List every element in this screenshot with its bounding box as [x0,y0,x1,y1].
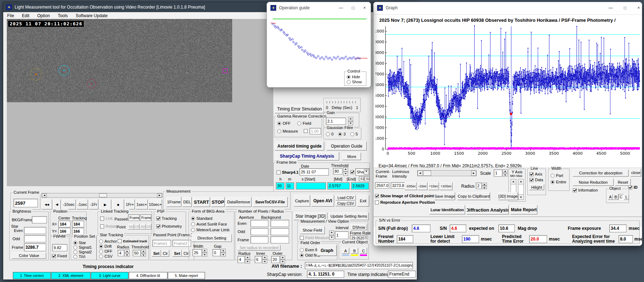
radius-spinner[interactable] [245,256,250,263]
passed-set1-button[interactable]: Set [152,250,161,257]
gain-value-field[interactable]: 2.1 [326,118,346,125]
bkg-avoid-sunlit-radio[interactable]: Avoid Sunlit Face [191,222,227,226]
star-odd-field[interactable] [24,235,46,242]
graph-intensity-field[interactable]: 3273.8 [391,182,406,189]
menu-file[interactable]: File [3,13,18,19]
scrollbar-right-arrow[interactable]: ► [157,193,162,197]
csv-radio[interactable]: CSV [99,254,113,258]
hilight-button[interactable]: Hilight [529,184,544,190]
direction-setting-button[interactable]: Direction Setting [192,234,232,242]
scrollbar-thumb[interactable] [99,193,107,197]
x-tracking-field[interactable]: 184 [72,221,84,227]
timing-error-simulation-button[interactable]: Timing Error Simulation [275,105,324,113]
menu-software-update[interactable]: Software Update [72,13,111,19]
background-odd-field[interactable] [270,228,289,235]
copy-clipboard-button[interactable]: Copy to ClipBoard [457,192,490,200]
gain-spinner[interactable] [348,117,353,125]
s1-box[interactable]: S1 [359,176,364,181]
object-a-button[interactable]: A [342,248,349,254]
minus-10sec-graph-button[interactable]: -10Sec [405,182,417,190]
menu-option[interactable]: Option [33,13,54,19]
dshow-button[interactable]: DShow [351,224,367,230]
psf-tracking-checkbox[interactable]: Tracking [156,216,177,221]
photometry-chart[interactable] [376,23,640,163]
graph-scrollbar[interactable]: ◄ ► [417,170,477,176]
gap-field[interactable]: 0 [213,249,220,256]
minus-1frame-button[interactable]: -1Fr [89,199,98,209]
fwhm-fixed-checkbox[interactable]: Fixed [52,254,67,258]
gamma-off-radio[interactable]: OFF [277,121,291,125]
interval-field[interactable]: 1 [335,231,348,239]
gaussian-3-radio[interactable]: 3 [338,132,346,136]
lower-limit-field[interactable]: 190 [462,235,479,243]
timestamp-indicates-field[interactable]: FrameEnd [388,271,416,278]
plus-1sec-graph-button[interactable]: +1Sec [428,182,439,190]
graph-scroll-left[interactable]: ◄ [418,170,423,176]
data-remove-button[interactable]: DataRemove [226,197,252,207]
lunar-identification-button[interactable]: Lunar Identification [429,205,465,214]
graph-titlebar[interactable]: ✦ Graph [374,2,642,14]
minute-field[interactable]: 11 [286,182,294,189]
tab-make-report[interactable]: 5. Make report [168,272,205,279]
threshold-field[interactable]: 80 [333,168,342,174]
background-frame-field[interactable] [270,236,289,243]
avi-filename-field[interactable]: I:¥A-えんぺい観測¥観測記録2025¥07-12月¥20251107-2◎L… [305,262,413,269]
minus-1sec-graph-button[interactable]: -1Sec [418,182,428,190]
y-center-field[interactable]: 166 [58,228,70,234]
outer-spinner[interactable] [280,256,285,263]
aperture-even-field[interactable] [250,220,268,227]
width-spinner[interactable] [202,249,207,257]
bkg-frame-field[interactable] [32,216,47,223]
tab-light-curve[interactable]: 3. Light curve [91,272,128,279]
opguide-maximize-button[interactable]: □ [348,4,358,12]
outer-field[interactable]: 20 [271,256,280,263]
graph-radius-field[interactable]: 2 [476,183,482,189]
graph-object-b-button[interactable]: B [613,194,618,200]
star-frame-field[interactable]: 3286.7 [24,243,46,251]
interval-spinner[interactable] [329,231,334,240]
graph-close-button[interactable]: × [633,4,642,12]
one-frame-button[interactable]: 1Frame [166,197,181,207]
passed-frame1-field[interactable]: Frame1 [152,240,171,247]
st-threshold-spinner[interactable] [141,249,146,257]
inner-field[interactable]: 6 [255,256,262,263]
linked-frame1-field[interactable]: Frame1 [128,214,140,221]
fwhm-field[interactable]: 9.82 [52,244,67,251]
scale-field[interactable]: 1 [494,169,502,177]
field-measure-checkbox[interactable]: Field Measure [300,236,330,240]
play-button[interactable]: ▶ [99,199,111,209]
save-to-csv-button[interactable]: SaveToCSV-File [253,197,288,207]
y-tracking-field[interactable]: 166 [72,228,84,234]
show-radio[interactable]: Show [347,80,362,84]
open-avi-button[interactable]: Open AVI [311,195,334,207]
sharpcap-version-field[interactable]: 4. 1. 11251. 0 [307,271,344,278]
bkg-standard-radio[interactable]: Standard [191,216,213,221]
asteroid-timing-guide-button[interactable]: Asteroid timing guide [275,142,324,150]
scrollbar-left-arrow[interactable]: ◄ [42,193,47,197]
minus-1sec-button[interactable]: -1sec [77,199,88,209]
plus-10sec-graph-button[interactable]: +10Sec [440,182,453,190]
posset-signal1-radio[interactable]: Signal1 [73,245,92,249]
second-start-field[interactable] [296,182,326,189]
tab-time-correct[interactable]: 1. Time correct [13,272,51,279]
posset-signal2-radio[interactable]: Signal2 [73,250,92,254]
color-value-button[interactable]: Color Value [12,252,46,259]
graph-scroll-right[interactable]: ► [471,170,476,176]
sharpcap-timing-analysis-button[interactable]: SharpCap Timing Analysis [275,152,339,160]
show-image-checkbox[interactable]: Show Image of Clicked point [375,194,434,198]
anchor-radio[interactable]: Anchor [99,239,117,243]
exit-button[interactable]: Exit [357,195,369,207]
frame-scrollbar[interactable]: ◄ ► [42,193,162,198]
video-display-panel[interactable]: 2025 11 07 20:11:02:626 [7,19,273,186]
object-b-button[interactable]: B [351,248,358,254]
linked-set1-button[interactable]: Set [128,224,134,229]
radius-field[interactable]: 4 [238,256,245,263]
correction-absorption-button[interactable]: Correction for absorption [573,169,629,177]
tab-xml-element[interactable]: 2. XML element [51,272,91,279]
posset-star-radio[interactable]: Star [73,241,86,245]
rotate-checkbox[interactable]: Rotate [100,224,117,228]
menu-tools[interactable]: Tools [54,13,72,19]
scale-spinner[interactable] [503,169,508,177]
show-field-button[interactable]: Show Field [300,226,325,234]
sn-full-drop-field[interactable]: 4.6 [412,224,430,232]
